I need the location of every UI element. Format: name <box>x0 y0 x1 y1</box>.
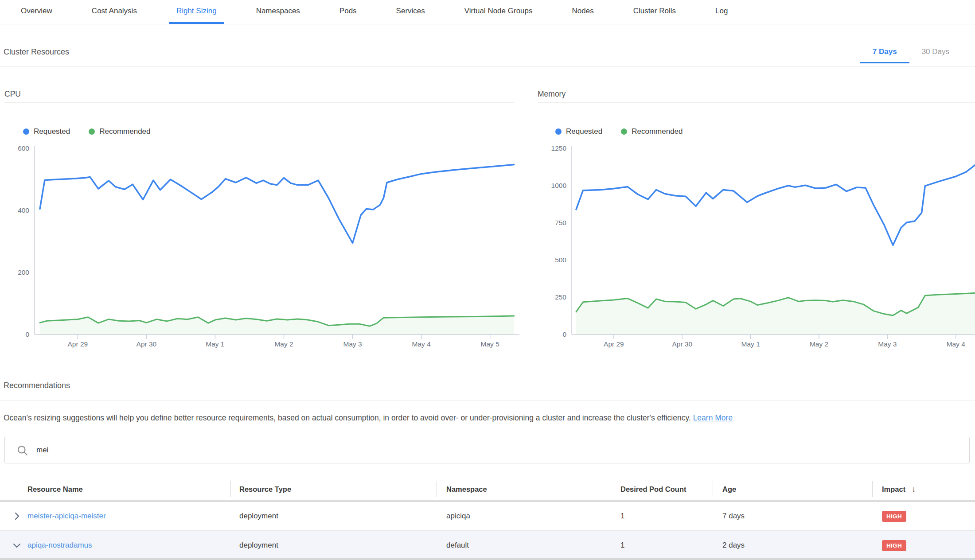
memory-chart-svg: 025050075010001250Apr 29Apr 30May 1May 2… <box>538 142 975 354</box>
legend-label: Requested <box>34 127 70 136</box>
learn-more-link[interactable]: Learn More <box>693 413 733 422</box>
svg-text:1250: 1250 <box>551 144 567 152</box>
search-icon <box>16 444 28 456</box>
cluster-resources-title: Cluster Resources <box>4 47 69 57</box>
svg-text:Apr 30: Apr 30 <box>672 340 692 348</box>
recommended-dot-icon <box>621 128 627 135</box>
svg-text:May 4: May 4 <box>412 340 431 348</box>
range-tab-7-days[interactable]: 7 Days <box>860 47 909 62</box>
time-range-toggle: 7 Days 30 Days <box>860 47 962 62</box>
top-tab-bar: Overview Cost Analysis Right Sizing Name… <box>0 0 975 24</box>
col-resource-type[interactable]: Resource Type <box>239 478 291 500</box>
column-divider <box>437 481 437 497</box>
range-tab-30-days[interactable]: 30 Days <box>909 47 962 62</box>
right-sizing-page: Overview Cost Analysis Right Sizing Name… <box>0 0 975 560</box>
requested-dot-icon <box>23 128 29 135</box>
search-input[interactable] <box>35 445 946 455</box>
cpu-legend-requested: Requested <box>23 127 70 136</box>
tab-overview[interactable]: Overview <box>13 0 60 24</box>
svg-text:0: 0 <box>25 331 29 338</box>
memory-title-divider <box>538 102 975 103</box>
recommendations-title: Recommendations <box>4 381 70 390</box>
svg-text:Apr 30: Apr 30 <box>136 340 157 348</box>
legend-label: Recommended <box>632 127 682 136</box>
column-divider <box>230 481 231 497</box>
svg-text:Apr 29: Apr 29 <box>67 340 88 348</box>
legend-label: Recommended <box>99 127 150 136</box>
col-age[interactable]: Age <box>722 478 736 500</box>
tab-virtual-node-groups[interactable]: Virtual Node Groups <box>457 0 540 24</box>
cpu-chart-title: CPU <box>4 89 21 99</box>
svg-text:May 2: May 2 <box>274 340 293 348</box>
impact-cell: HIGH <box>882 502 906 530</box>
memory-chart-legend: Requested Recommended <box>555 127 702 136</box>
svg-text:250: 250 <box>555 293 566 301</box>
table-row[interactable]: meister-apiciqa-meister deployment apici… <box>0 502 975 531</box>
chevron-down-icon[interactable] <box>12 540 22 551</box>
resource-type-cell: deployment <box>239 502 278 530</box>
table-bottom-divider <box>0 558 975 560</box>
column-divider <box>872 481 873 497</box>
svg-text:600: 600 <box>18 144 29 152</box>
tab-cost-analysis[interactable]: Cost Analysis <box>84 0 144 24</box>
svg-text:May 4: May 4 <box>947 340 966 348</box>
recommendations-description: Ocean's resizing suggestions will help y… <box>4 413 733 423</box>
section-divider <box>0 400 975 401</box>
column-divider <box>713 481 713 497</box>
resource-name-link[interactable]: meister-apiciqa-meister <box>27 502 106 530</box>
tab-cluster-rolls[interactable]: Cluster Rolls <box>626 0 683 24</box>
svg-text:400: 400 <box>18 206 29 214</box>
cpu-legend-recommended: Recommended <box>89 127 150 136</box>
svg-text:1000: 1000 <box>551 182 567 189</box>
tab-right-sizing[interactable]: Right Sizing <box>169 0 224 24</box>
desired-pod-count-cell: 1 <box>620 502 624 530</box>
chevron-right-icon[interactable] <box>12 511 22 521</box>
recommended-dot-icon <box>89 128 95 135</box>
svg-text:0: 0 <box>562 331 566 338</box>
col-impact-label: Impact <box>882 485 905 493</box>
svg-text:Apr 29: Apr 29 <box>604 340 624 348</box>
impact-high-badge: HIGH <box>882 540 906 551</box>
description-text: Ocean's resizing suggestions will help y… <box>4 413 691 422</box>
cpu-chart-svg: 0200400600Apr 29Apr 30May 1May 2May 3May… <box>4 142 523 354</box>
svg-text:500: 500 <box>555 256 566 264</box>
svg-text:May 2: May 2 <box>810 340 828 348</box>
section-divider <box>0 66 975 67</box>
sort-desc-icon[interactable]: ↓ <box>912 485 916 494</box>
svg-text:May 3: May 3 <box>343 340 362 348</box>
age-cell: 7 days <box>722 502 745 530</box>
cpu-chart-legend: Requested Recommended <box>23 127 169 136</box>
col-desired-pod-count[interactable]: Desired Pod Count <box>620 478 686 500</box>
cpu-title-divider <box>4 102 514 103</box>
svg-text:May 5: May 5 <box>481 340 499 348</box>
tab-pods[interactable]: Pods <box>332 0 364 24</box>
requested-dot-icon <box>555 128 562 135</box>
tab-nodes[interactable]: Nodes <box>565 0 601 24</box>
namespace-cell: default <box>446 531 469 560</box>
resource-search-box <box>4 437 970 463</box>
memory-chart-title: Memory <box>538 89 566 99</box>
svg-text:May 3: May 3 <box>878 340 897 348</box>
svg-text:200: 200 <box>18 268 29 276</box>
svg-text:May 1: May 1 <box>206 340 224 348</box>
table-header: Resource Name Resource Type Namespace De… <box>0 478 975 500</box>
tab-namespaces[interactable]: Namespaces <box>249 0 308 24</box>
col-impact[interactable]: Impact↓ <box>882 478 916 500</box>
tab-services[interactable]: Services <box>389 0 433 24</box>
col-namespace[interactable]: Namespace <box>446 478 487 500</box>
svg-text:May 1: May 1 <box>741 340 760 348</box>
table-row[interactable]: apiqa-nostradamus deployment default 1 2… <box>0 531 975 560</box>
desired-pod-count-cell: 1 <box>620 531 624 560</box>
namespace-cell: apiciqa <box>446 502 470 530</box>
svg-text:750: 750 <box>555 219 566 226</box>
memory-legend-recommended: Recommended <box>621 127 682 136</box>
tab-log[interactable]: Log <box>708 0 735 24</box>
column-divider <box>611 481 611 497</box>
age-cell: 2 days <box>722 531 745 560</box>
col-resource-name[interactable]: Resource Name <box>27 478 83 500</box>
legend-label: Requested <box>566 127 602 136</box>
resource-name-link[interactable]: apiqa-nostradamus <box>27 531 92 560</box>
memory-legend-requested: Requested <box>555 127 602 136</box>
impact-cell: HIGH <box>882 531 906 560</box>
resource-type-cell: deployment <box>239 531 278 560</box>
